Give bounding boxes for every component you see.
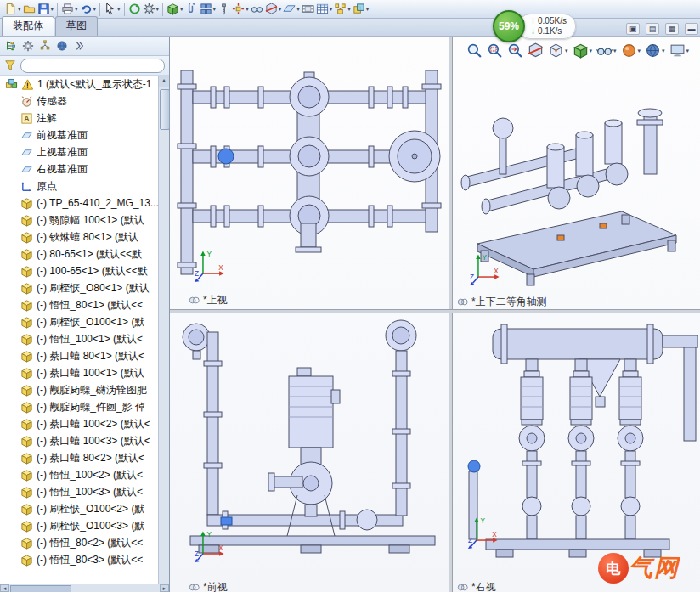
- propertymanager-icon[interactable]: [20, 38, 37, 54]
- select-icon[interactable]: ▾: [103, 2, 121, 17]
- apply-scene-icon[interactable]: ▾: [644, 42, 666, 59]
- tree-item[interactable]: (-) 綦口蟢 100<3> (默认<: [0, 432, 158, 449]
- dropdown-arrow-icon[interactable]: ▾: [662, 48, 665, 54]
- scroll-right-arrow-icon[interactable]: ►: [160, 584, 169, 592]
- display-style-icon[interactable]: ▾: [572, 42, 594, 59]
- exploded-view-icon[interactable]: ▾: [333, 2, 352, 17]
- filter-funnel-icon[interactable]: [4, 59, 17, 72]
- scroll-left-arrow-icon[interactable]: ◄: [0, 584, 9, 592]
- tab-assembly[interactable]: 装配体: [2, 16, 54, 36]
- dropdown-arrow-icon[interactable]: ▾: [590, 48, 593, 54]
- vertical-splitter[interactable]: [449, 37, 453, 592]
- tree-item[interactable]: (-) 綦口蟢 100<2> (默认<: [0, 415, 158, 432]
- undo-icon[interactable]: ▾: [79, 2, 98, 17]
- insert-component-icon[interactable]: ▾: [166, 2, 184, 17]
- section-view-icon[interactable]: [527, 42, 545, 59]
- network-monitor-overlay[interactable]: 59% ↑ 0.05K/s ↓ 0.1K/s: [493, 10, 576, 42]
- tree-item[interactable]: A注解: [0, 110, 158, 127]
- tree-item[interactable]: 前视基准面: [0, 127, 158, 144]
- dropdown-arrow-icon[interactable]: ▾: [246, 6, 249, 13]
- view-settings-icon[interactable]: ▾: [669, 42, 691, 59]
- edit-appearance-icon[interactable]: ▾: [620, 42, 642, 59]
- new-document-icon[interactable]: ▾: [3, 2, 22, 17]
- print-icon[interactable]: ▾: [60, 2, 79, 17]
- reference-geometry-icon[interactable]: ▾: [282, 2, 301, 17]
- view-orientation-icon[interactable]: ▾: [547, 42, 569, 59]
- dropdown-arrow-icon[interactable]: ▾: [213, 6, 217, 13]
- tree-item[interactable]: (-) 綦口蟢 100<1> (默认: [0, 364, 158, 381]
- tree-hscrollbar[interactable]: ◄ ►: [0, 584, 169, 592]
- tree-root-item[interactable]: 1 (默认<默认_显示状态-1: [0, 76, 158, 93]
- tree-item[interactable]: (-) TP_65-410_2_MG_13...: [0, 195, 158, 211]
- tree-item[interactable]: (-) 悟忸_100<1> (默认<: [0, 330, 158, 347]
- dropdown-arrow-icon[interactable]: ▾: [156, 6, 160, 13]
- dropdown-arrow-icon[interactable]: ▾: [613, 48, 617, 54]
- show-hidden-components-icon[interactable]: [250, 2, 264, 17]
- dropdown-arrow-icon[interactable]: ▾: [347, 6, 351, 13]
- mate-icon[interactable]: [184, 2, 199, 17]
- zoom-to-fit-icon[interactable]: [466, 42, 483, 59]
- tree-item[interactable]: (-) 80-65<1> (默认<<默: [0, 245, 158, 262]
- dropdown-arrow-icon[interactable]: ▾: [565, 48, 568, 54]
- tree-item[interactable]: (-) 100-65<1> (默认<<默: [0, 262, 158, 279]
- hide-show-items-icon[interactable]: ▾: [596, 42, 618, 59]
- tree-item[interactable]: (-) 觏腚夃蟝_礴沩辁图肥: [0, 381, 158, 398]
- displaymanager-icon[interactable]: [54, 38, 71, 54]
- dropdown-arrow-icon[interactable]: ▾: [686, 48, 690, 54]
- tree-item[interactable]: 传感器: [0, 93, 158, 110]
- graphics-area[interactable]: ▾▾▾▾▾▾: [170, 37, 700, 592]
- tree-scrollbar[interactable]: ▲: [158, 76, 169, 584]
- interference-detection-icon[interactable]: ▾: [352, 2, 370, 17]
- options-icon[interactable]: ▾: [142, 2, 161, 17]
- overlay-button[interactable]: ▤: [646, 23, 659, 35]
- tree-item[interactable]: (-) 悟忸_80<2> (默认<<: [0, 534, 158, 551]
- overlay-button[interactable]: ▬: [685, 23, 698, 35]
- component-pattern-icon[interactable]: ▾: [199, 2, 217, 17]
- dropdown-arrow-icon[interactable]: ▾: [51, 6, 54, 13]
- tab-sketch[interactable]: 草图: [55, 16, 98, 36]
- tree-item[interactable]: (-) 悟忸_100<3> (默认<: [0, 483, 158, 500]
- scroll-thumb[interactable]: [160, 89, 170, 130]
- tree-item[interactable]: (-) 觏腚夃蟝_仵囫_影 倬: [0, 398, 158, 415]
- configurationmanager-icon[interactable]: [37, 38, 54, 54]
- featuremanager-tree-icon[interactable]: [3, 38, 20, 54]
- panel-tabs-overflow-icon[interactable]: [71, 38, 88, 54]
- tree-item[interactable]: 右视基准面: [0, 161, 158, 178]
- tree-item[interactable]: (-) 悟忸_100<2> (默认<: [0, 466, 158, 483]
- motion-study-icon[interactable]: [301, 2, 315, 17]
- dropdown-arrow-icon[interactable]: ▾: [330, 6, 333, 13]
- tree-item[interactable]: (-) 綦口蟢 80<2> (默认<: [0, 449, 158, 466]
- tree-item[interactable]: (-) 悟忸_80<1> (默认<<: [0, 296, 158, 313]
- bill-of-materials-icon[interactable]: ▾: [315, 2, 334, 17]
- tree-item[interactable]: (-) 刷桎恹_O100<1> (默: [0, 313, 158, 330]
- dropdown-arrow-icon[interactable]: ▾: [296, 6, 300, 13]
- dropdown-arrow-icon[interactable]: ▾: [180, 6, 183, 13]
- tree-item[interactable]: (-) 悟忸_80<3> (默认<<: [0, 551, 158, 568]
- tree-item[interactable]: (-) 翳隙幅 100<1> (默认: [0, 211, 158, 228]
- previous-view-icon[interactable]: [506, 42, 524, 59]
- rebuild-icon[interactable]: [127, 2, 142, 17]
- dropdown-arrow-icon[interactable]: ▾: [75, 6, 78, 13]
- tree-item[interactable]: 原点: [0, 178, 158, 195]
- tree-item[interactable]: 上视基准面: [0, 144, 158, 161]
- open-document-icon[interactable]: [22, 2, 37, 17]
- dropdown-arrow-icon[interactable]: ▾: [366, 6, 370, 13]
- scroll-up-arrow-icon[interactable]: ▲: [159, 76, 169, 87]
- save-icon[interactable]: ▾: [37, 2, 55, 17]
- assembly-features-icon[interactable]: ▾: [264, 2, 283, 17]
- dropdown-arrow-icon[interactable]: ▾: [93, 6, 97, 13]
- overlay-button[interactable]: ▦: [665, 23, 679, 35]
- tree-item[interactable]: (-) 刷桎恹_O100<2> (默: [0, 500, 158, 517]
- move-component-icon[interactable]: ▾: [231, 2, 250, 17]
- smart-fasteners-icon[interactable]: [217, 2, 231, 17]
- tree-item[interactable]: (-) 钬烌蟢 80<1> (默认: [0, 228, 158, 245]
- tree-item[interactable]: (-) 刷桎恹_O100<3> (默: [0, 517, 158, 534]
- zoom-to-area-icon[interactable]: [486, 42, 504, 59]
- dropdown-arrow-icon[interactable]: ▾: [638, 48, 641, 54]
- tree-item[interactable]: (-) 綦口蟢 80<1> (默认<: [0, 347, 158, 364]
- tree-item[interactable]: (-) 刷桎恹_O80<1> (默认: [0, 279, 158, 296]
- hscroll-thumb[interactable]: [10, 585, 71, 592]
- dropdown-arrow-icon[interactable]: ▾: [18, 6, 21, 13]
- overlay-button[interactable]: ▣: [626, 23, 640, 35]
- horizontal-splitter[interactable]: [170, 309, 700, 313]
